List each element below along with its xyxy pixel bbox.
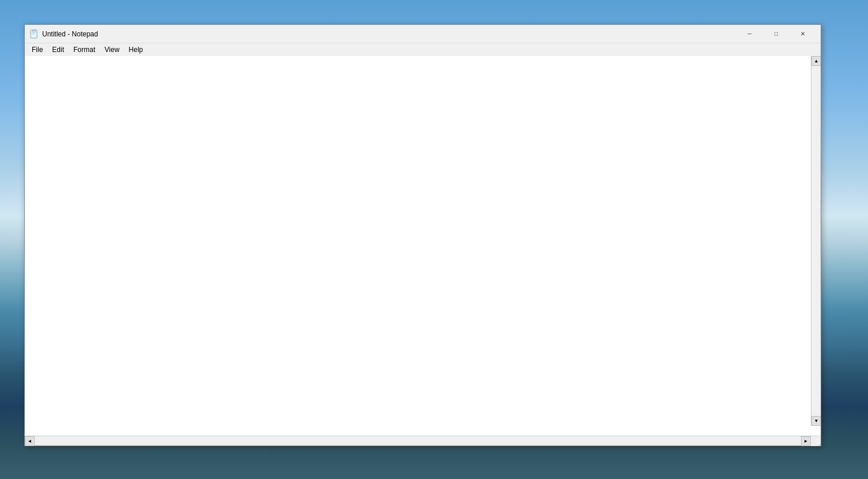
- menu-format[interactable]: Format: [69, 44, 100, 55]
- main-text-area[interactable]: [25, 56, 821, 436]
- svg-rect-3: [32, 34, 35, 34]
- menu-edit[interactable]: Edit: [47, 44, 69, 55]
- window-title: Untitled - Notepad: [42, 30, 736, 38]
- title-bar: Untitled - Notepad ─ □ ✕: [25, 25, 821, 43]
- svg-rect-4: [32, 29, 33, 31]
- window-controls: ─ □ ✕: [736, 25, 816, 43]
- svg-rect-1: [32, 31, 36, 32]
- text-area-container: ▲ ▼: [25, 56, 821, 436]
- vertical-scrollbar: ▲ ▼: [811, 56, 821, 426]
- scroll-right-button[interactable]: ►: [801, 436, 811, 446]
- scroll-down-button[interactable]: ▼: [811, 416, 821, 426]
- notepad-icon: [29, 29, 39, 39]
- menu-help[interactable]: Help: [124, 44, 148, 55]
- scroll-track-v: [811, 66, 821, 416]
- scroll-left-button[interactable]: ◄: [25, 436, 35, 446]
- notepad-window: Untitled - Notepad ─ □ ✕ File Edit Forma…: [24, 24, 821, 446]
- horizontal-scrollbar-container: ◄ ►: [25, 436, 821, 445]
- menu-view[interactable]: View: [100, 44, 124, 55]
- menu-file[interactable]: File: [27, 44, 47, 55]
- svg-rect-5: [35, 29, 36, 31]
- scroll-up-button[interactable]: ▲: [811, 56, 821, 66]
- close-button[interactable]: ✕: [789, 25, 816, 43]
- svg-rect-2: [32, 32, 36, 33]
- maximize-button[interactable]: □: [763, 25, 789, 43]
- resize-grip-icon: [815, 440, 821, 446]
- menu-bar: File Edit Format View Help: [25, 43, 821, 56]
- minimize-button[interactable]: ─: [736, 25, 763, 43]
- scrollbar-corner: [811, 436, 821, 446]
- horizontal-scrollbar: ◄ ►: [25, 436, 811, 445]
- scroll-track-h: [35, 436, 801, 445]
